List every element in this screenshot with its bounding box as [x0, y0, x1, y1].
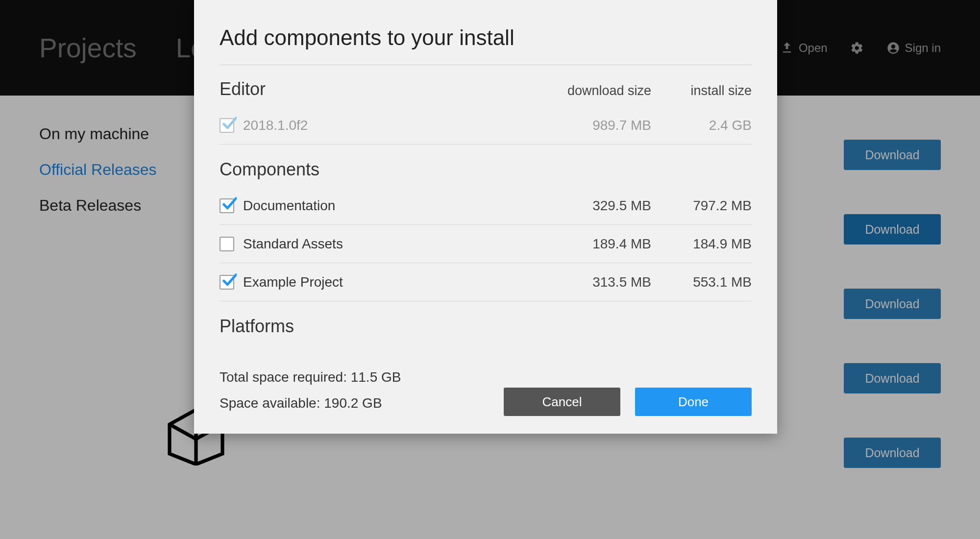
component-install-size: 797.2 MB: [651, 198, 752, 214]
component-label: Documentation: [243, 198, 335, 214]
editor-download-size: 989.7 MB: [553, 118, 651, 133]
column-download-size: download size: [553, 83, 651, 98]
editor-install-size: 2.4 GB: [651, 118, 752, 133]
section-editor-title: Editor: [220, 79, 266, 99]
editor-version-label: 2018.1.0f2: [243, 118, 308, 133]
component-download-size: 189.4 MB: [553, 236, 651, 252]
add-components-dialog: Add components to your install Editor do…: [194, 0, 777, 434]
column-install-size: install size: [676, 83, 752, 98]
component-download-size: 313.5 MB: [553, 274, 651, 290]
editor-checkbox: [220, 118, 234, 133]
component-download-size: 329.5 MB: [553, 198, 651, 214]
section-platforms-title: Platforms: [220, 316, 752, 337]
component-row-example-project[interactable]: Example Project 313.5 MB 553.1 MB: [220, 263, 752, 301]
cancel-button[interactable]: Cancel: [504, 388, 620, 416]
total-space-required: Total space required: 11.5 GB: [220, 364, 401, 390]
component-row-standard-assets[interactable]: Standard Assets 189.4 MB 184.9 MB: [220, 225, 752, 263]
standard-assets-checkbox[interactable]: [220, 237, 234, 251]
section-components-title: Components: [220, 159, 752, 180]
component-install-size: 553.1 MB: [651, 274, 752, 290]
done-button[interactable]: Done: [635, 388, 752, 416]
space-available: Space available: 190.2 GB: [220, 390, 401, 416]
editor-row: 2018.1.0f2 989.7 MB 2.4 GB: [220, 106, 752, 145]
component-label: Example Project: [243, 274, 343, 290]
component-row-documentation[interactable]: Documentation 329.5 MB 797.2 MB: [220, 187, 752, 225]
component-install-size: 184.9 MB: [651, 236, 752, 252]
documentation-checkbox[interactable]: [220, 198, 234, 213]
component-label: Standard Assets: [243, 236, 343, 252]
example-project-checkbox[interactable]: [220, 275, 234, 290]
dialog-title: Add components to your install: [220, 25, 752, 50]
